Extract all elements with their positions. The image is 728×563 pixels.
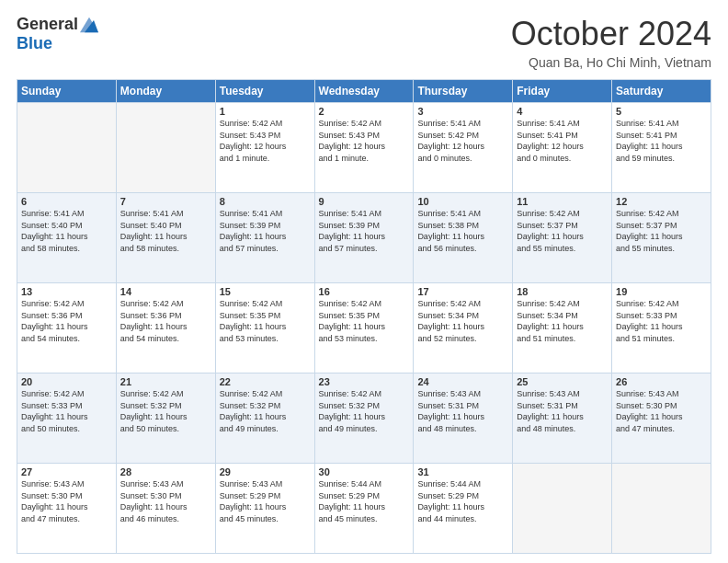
col-header-saturday: Saturday — [612, 80, 711, 103]
cell-info: Sunrise: 5:42 AM Sunset: 5:32 PM Dayligh… — [220, 388, 311, 434]
cell-info: Sunrise: 5:41 AM Sunset: 5:40 PM Dayligh… — [120, 208, 211, 254]
calendar-week-4: 20Sunrise: 5:42 AM Sunset: 5:33 PM Dayli… — [17, 373, 711, 464]
day-number: 30 — [319, 466, 410, 477]
calendar-cell: 23Sunrise: 5:42 AM Sunset: 5:32 PM Dayli… — [314, 373, 414, 464]
cell-info: Sunrise: 5:42 AM Sunset: 5:33 PM Dayligh… — [21, 388, 112, 434]
col-header-sunday: Sunday — [17, 80, 117, 103]
calendar-cell: 1Sunrise: 5:42 AM Sunset: 5:43 PM Daylig… — [215, 103, 314, 193]
calendar-cell — [612, 464, 711, 554]
calendar-cell: 9Sunrise: 5:41 AM Sunset: 5:39 PM Daylig… — [314, 193, 414, 283]
location: Quan Ba, Ho Chi Minh, Vietnam — [511, 55, 711, 70]
cell-info: Sunrise: 5:41 AM Sunset: 5:41 PM Dayligh… — [517, 118, 608, 164]
header: General Blue October 2024 Quan Ba, Ho Ch… — [17, 15, 711, 70]
calendar-cell — [513, 464, 612, 554]
day-number: 14 — [120, 286, 211, 297]
cell-info: Sunrise: 5:43 AM Sunset: 5:30 PM Dayligh… — [21, 478, 112, 524]
day-number: 6 — [21, 196, 112, 207]
calendar-cell — [116, 103, 215, 193]
calendar-cell — [17, 103, 117, 193]
day-number: 31 — [417, 466, 508, 477]
cell-info: Sunrise: 5:42 AM Sunset: 5:34 PM Dayligh… — [417, 298, 508, 344]
calendar-cell: 7Sunrise: 5:41 AM Sunset: 5:40 PM Daylig… — [116, 193, 215, 283]
logo-text: General — [17, 15, 98, 34]
calendar-cell: 21Sunrise: 5:42 AM Sunset: 5:32 PM Dayli… — [116, 373, 215, 464]
calendar-cell: 31Sunrise: 5:44 AM Sunset: 5:29 PM Dayli… — [414, 464, 513, 554]
cell-info: Sunrise: 5:42 AM Sunset: 5:36 PM Dayligh… — [21, 298, 112, 344]
calendar-cell: 5Sunrise: 5:41 AM Sunset: 5:41 PM Daylig… — [612, 103, 711, 193]
month-title: October 2024 — [511, 15, 711, 53]
cell-info: Sunrise: 5:43 AM Sunset: 5:31 PM Dayligh… — [517, 388, 608, 434]
day-number: 16 — [319, 286, 410, 297]
cell-info: Sunrise: 5:41 AM Sunset: 5:38 PM Dayligh… — [417, 208, 508, 254]
col-header-monday: Monday — [116, 80, 215, 103]
day-number: 25 — [517, 376, 608, 387]
calendar-cell: 27Sunrise: 5:43 AM Sunset: 5:30 PM Dayli… — [17, 464, 117, 554]
day-number: 19 — [616, 286, 707, 297]
header-row: SundayMondayTuesdayWednesdayThursdayFrid… — [17, 80, 711, 103]
day-number: 7 — [120, 196, 211, 207]
calendar-cell: 4Sunrise: 5:41 AM Sunset: 5:41 PM Daylig… — [513, 103, 612, 193]
calendar-cell: 30Sunrise: 5:44 AM Sunset: 5:29 PM Dayli… — [314, 464, 414, 554]
day-number: 4 — [517, 106, 608, 117]
day-number: 27 — [21, 466, 112, 477]
cell-info: Sunrise: 5:42 AM Sunset: 5:37 PM Dayligh… — [517, 208, 608, 254]
day-number: 23 — [319, 376, 410, 387]
day-number: 10 — [417, 196, 508, 207]
cell-info: Sunrise: 5:42 AM Sunset: 5:43 PM Dayligh… — [220, 118, 311, 164]
day-number: 20 — [21, 376, 112, 387]
col-header-friday: Friday — [513, 80, 612, 103]
day-number: 17 — [417, 286, 508, 297]
calendar-cell: 8Sunrise: 5:41 AM Sunset: 5:39 PM Daylig… — [215, 193, 314, 283]
calendar-cell: 6Sunrise: 5:41 AM Sunset: 5:40 PM Daylig… — [17, 193, 117, 283]
col-header-thursday: Thursday — [414, 80, 513, 103]
day-number: 29 — [220, 466, 311, 477]
cell-info: Sunrise: 5:42 AM Sunset: 5:32 PM Dayligh… — [319, 388, 410, 434]
cell-info: Sunrise: 5:44 AM Sunset: 5:29 PM Dayligh… — [319, 478, 410, 524]
cell-info: Sunrise: 5:41 AM Sunset: 5:41 PM Dayligh… — [616, 118, 707, 164]
day-number: 15 — [220, 286, 311, 297]
cell-info: Sunrise: 5:41 AM Sunset: 5:40 PM Dayligh… — [21, 208, 112, 254]
calendar-table: SundayMondayTuesdayWednesdayThursdayFrid… — [17, 79, 711, 554]
day-number: 24 — [417, 376, 508, 387]
calendar-cell: 28Sunrise: 5:43 AM Sunset: 5:30 PM Dayli… — [116, 464, 215, 554]
day-number: 11 — [517, 196, 608, 207]
cell-info: Sunrise: 5:42 AM Sunset: 5:32 PM Dayligh… — [120, 388, 211, 434]
day-number: 3 — [417, 106, 508, 117]
calendar-cell: 19Sunrise: 5:42 AM Sunset: 5:33 PM Dayli… — [612, 283, 711, 373]
calendar-cell: 3Sunrise: 5:41 AM Sunset: 5:42 PM Daylig… — [414, 103, 513, 193]
cell-info: Sunrise: 5:42 AM Sunset: 5:35 PM Dayligh… — [319, 298, 410, 344]
calendar-week-1: 1Sunrise: 5:42 AM Sunset: 5:43 PM Daylig… — [17, 103, 711, 193]
calendar-cell: 16Sunrise: 5:42 AM Sunset: 5:35 PM Dayli… — [314, 283, 414, 373]
calendar-cell: 22Sunrise: 5:42 AM Sunset: 5:32 PM Dayli… — [215, 373, 314, 464]
cell-info: Sunrise: 5:41 AM Sunset: 5:42 PM Dayligh… — [417, 118, 508, 164]
cell-info: Sunrise: 5:42 AM Sunset: 5:43 PM Dayligh… — [319, 118, 410, 164]
cell-info: Sunrise: 5:42 AM Sunset: 5:35 PM Dayligh… — [220, 298, 311, 344]
day-number: 28 — [120, 466, 211, 477]
calendar-cell: 29Sunrise: 5:43 AM Sunset: 5:29 PM Dayli… — [215, 464, 314, 554]
cell-info: Sunrise: 5:43 AM Sunset: 5:30 PM Dayligh… — [120, 478, 211, 524]
calendar-cell: 20Sunrise: 5:42 AM Sunset: 5:33 PM Dayli… — [17, 373, 117, 464]
day-number: 5 — [616, 106, 707, 117]
calendar-cell: 14Sunrise: 5:42 AM Sunset: 5:36 PM Dayli… — [116, 283, 215, 373]
day-number: 13 — [21, 286, 112, 297]
calendar-cell: 18Sunrise: 5:42 AM Sunset: 5:34 PM Dayli… — [513, 283, 612, 373]
cell-info: Sunrise: 5:41 AM Sunset: 5:39 PM Dayligh… — [220, 208, 311, 254]
day-number: 22 — [220, 376, 311, 387]
calendar-cell: 17Sunrise: 5:42 AM Sunset: 5:34 PM Dayli… — [414, 283, 513, 373]
cell-info: Sunrise: 5:44 AM Sunset: 5:29 PM Dayligh… — [417, 478, 508, 524]
cell-info: Sunrise: 5:43 AM Sunset: 5:29 PM Dayligh… — [220, 478, 311, 524]
calendar-cell: 26Sunrise: 5:43 AM Sunset: 5:30 PM Dayli… — [612, 373, 711, 464]
calendar-week-3: 13Sunrise: 5:42 AM Sunset: 5:36 PM Dayli… — [17, 283, 711, 373]
logo: General Blue — [17, 15, 98, 53]
calendar-cell: 25Sunrise: 5:43 AM Sunset: 5:31 PM Dayli… — [513, 373, 612, 464]
page: General Blue October 2024 Quan Ba, Ho Ch… — [0, 0, 728, 563]
day-number: 26 — [616, 376, 707, 387]
calendar-cell: 10Sunrise: 5:41 AM Sunset: 5:38 PM Dayli… — [414, 193, 513, 283]
cell-info: Sunrise: 5:43 AM Sunset: 5:30 PM Dayligh… — [616, 388, 707, 434]
cell-info: Sunrise: 5:42 AM Sunset: 5:33 PM Dayligh… — [616, 298, 707, 344]
day-number: 2 — [319, 106, 410, 117]
logo-general: General — [17, 15, 78, 34]
calendar-cell: 12Sunrise: 5:42 AM Sunset: 5:37 PM Dayli… — [612, 193, 711, 283]
day-number: 9 — [319, 196, 410, 207]
logo-blue: Blue — [17, 34, 52, 52]
